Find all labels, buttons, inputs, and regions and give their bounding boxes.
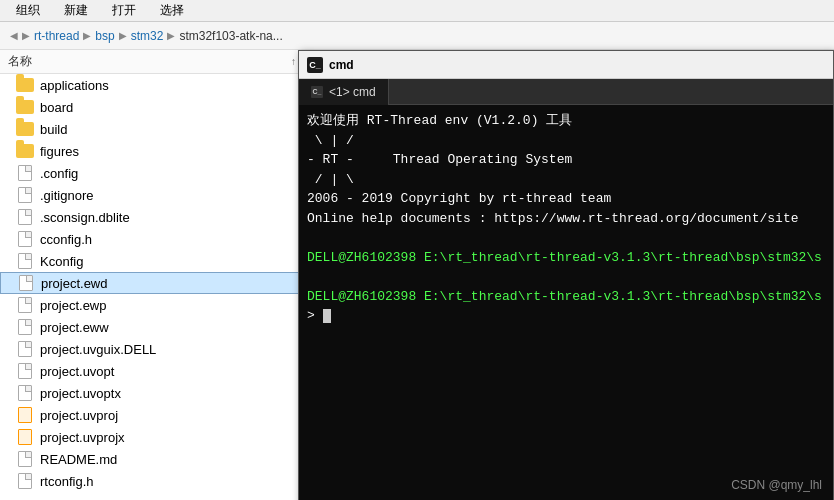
terminal-app-icon: C_ (307, 57, 323, 73)
tab-icon: C_ (311, 86, 323, 98)
main-area: 名称 ↑ applicationsboardbuildfigures.confi… (0, 50, 834, 500)
file-name: .gitignore (40, 188, 93, 203)
file-item[interactable]: .sconsign.dblite (0, 206, 304, 228)
file-name: project.uvprojx (40, 430, 125, 445)
file-icon (16, 385, 34, 401)
menu-new[interactable]: 新建 (52, 0, 100, 21)
file-name: project.uvopt (40, 364, 114, 379)
file-icon (16, 99, 34, 115)
file-icon (16, 341, 34, 357)
file-item[interactable]: .config (0, 162, 304, 184)
breadcrumb-item-stm32[interactable]: stm32 (129, 29, 166, 43)
terminal-prompt-2: DELL@ZH6102398 E:\rt_thread\rt-thread-v3… (307, 287, 825, 307)
file-item[interactable]: applications (0, 74, 304, 96)
file-item[interactable]: figures (0, 140, 304, 162)
file-item[interactable]: project.eww (0, 316, 304, 338)
file-icon (16, 187, 34, 203)
file-item[interactable]: project.uvproj (0, 404, 304, 426)
terminal-welcome: 欢迎使用 RT-Thread env (V1.2.0) 工具 (307, 111, 825, 131)
file-name: cconfig.h (40, 232, 92, 247)
file-item[interactable]: project.uvguix.DELL (0, 338, 304, 360)
terminal-title: cmd (329, 58, 354, 72)
file-item[interactable]: board (0, 96, 304, 118)
file-icon (16, 121, 34, 137)
file-name: Kconfig (40, 254, 83, 269)
terminal-cursor (323, 309, 331, 323)
file-icon (16, 209, 34, 225)
file-name: README.md (40, 452, 117, 467)
file-item[interactable]: project.ewd (0, 272, 304, 294)
file-icon (16, 363, 34, 379)
file-icon (16, 451, 34, 467)
file-name: board (40, 100, 73, 115)
file-item[interactable]: build (0, 118, 304, 140)
column-header-name: 名称 (8, 53, 32, 70)
file-name: applications (40, 78, 109, 93)
file-name: .config (40, 166, 78, 181)
column-header: 名称 ↑ (0, 50, 304, 74)
file-name: project.uvproj (40, 408, 118, 423)
breadcrumb-item-bsp[interactable]: bsp (93, 29, 116, 43)
terminal-tab-label: <1> cmd (329, 85, 376, 99)
file-name: figures (40, 144, 79, 159)
sort-arrow-icon: ↑ (291, 56, 296, 67)
file-list: applicationsboardbuildfigures.config.git… (0, 74, 304, 492)
menu-bar: 组织 新建 打开 选择 (0, 0, 834, 22)
breadcrumb-item-rtthread[interactable]: rt-thread (32, 29, 81, 43)
file-icon (16, 473, 34, 489)
breadcrumb-item-current: stm32f103-atk-na... (177, 29, 284, 43)
terminal-cursor-line: > (307, 306, 825, 326)
terminal-art-3: / | \ (307, 170, 825, 190)
terminal-content[interactable]: 欢迎使用 RT-Thread env (V1.2.0) 工具 \ | / - R… (299, 105, 833, 500)
file-icon (16, 407, 34, 423)
file-icon (16, 429, 34, 445)
file-icon (16, 297, 34, 313)
file-item[interactable]: .gitignore (0, 184, 304, 206)
terminal-art-1: \ | / (307, 131, 825, 151)
file-name: project.eww (40, 320, 109, 335)
file-item[interactable]: project.uvprojx (0, 426, 304, 448)
terminal-window: C_ cmd C_ <1> cmd 欢迎使用 RT-Thread env (V1… (298, 50, 834, 500)
terminal-help: Online help documents : https://www.rt-t… (307, 209, 825, 229)
terminal-tabbar: C_ <1> cmd (299, 79, 833, 105)
file-icon (16, 231, 34, 247)
terminal-copyright: 2006 - 2019 Copyright by rt-thread team (307, 189, 825, 209)
file-panel[interactable]: 名称 ↑ applicationsboardbuildfigures.confi… (0, 50, 305, 500)
file-item[interactable]: rtconfig.h (0, 470, 304, 492)
file-icon (16, 253, 34, 269)
file-icon (16, 165, 34, 181)
file-name: project.ewp (40, 298, 106, 313)
file-icon (17, 275, 35, 291)
menu-open[interactable]: 打开 (100, 0, 148, 21)
file-name: project.ewd (41, 276, 107, 291)
file-icon (16, 143, 34, 159)
file-item[interactable]: cconfig.h (0, 228, 304, 250)
breadcrumb-forward-icon[interactable]: ▶ (22, 30, 30, 41)
breadcrumb-back-icon[interactable]: ◀ (10, 30, 18, 41)
file-item[interactable]: project.ewp (0, 294, 304, 316)
terminal-art-2: - RT - Thread Operating System (307, 150, 825, 170)
file-icon (16, 77, 34, 93)
file-name: project.uvoptx (40, 386, 121, 401)
terminal-prompt-1: DELL@ZH6102398 E:\rt_thread\rt-thread-v3… (307, 248, 825, 268)
menu-organize[interactable]: 组织 (4, 0, 52, 21)
file-name: rtconfig.h (40, 474, 93, 489)
breadcrumb: ◀ ▶ rt-thread ▶ bsp ▶ stm32 ▶ stm32f103-… (0, 22, 834, 50)
file-item[interactable]: Kconfig (0, 250, 304, 272)
terminal-titlebar: C_ cmd (299, 51, 833, 79)
file-item[interactable]: project.uvopt (0, 360, 304, 382)
file-name: .sconsign.dblite (40, 210, 130, 225)
terminal-empty-2 (307, 267, 825, 287)
file-name: build (40, 122, 67, 137)
menu-select[interactable]: 选择 (148, 0, 196, 21)
terminal-tab-1[interactable]: C_ <1> cmd (299, 79, 389, 105)
file-icon (16, 319, 34, 335)
file-name: project.uvguix.DELL (40, 342, 156, 357)
file-item[interactable]: project.uvoptx (0, 382, 304, 404)
terminal-empty-1 (307, 228, 825, 248)
file-item[interactable]: README.md (0, 448, 304, 470)
